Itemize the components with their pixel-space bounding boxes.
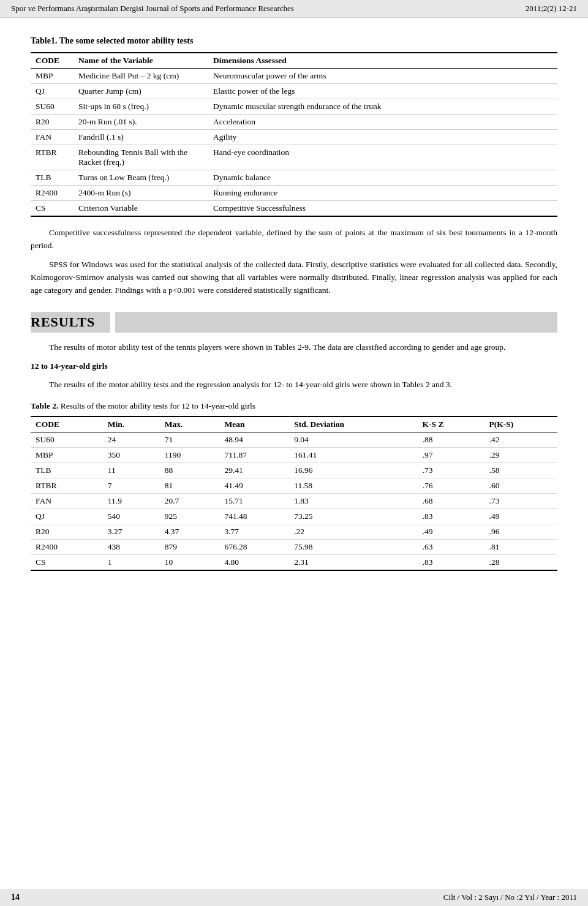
table1-cell-code: CS [31, 201, 74, 217]
results-subheading-text: 12 to 14-year-old girls [31, 361, 108, 371]
table2-title: Table 2. Results of the motor ability te… [31, 401, 557, 411]
table2-cell-max: 4.37 [160, 524, 220, 540]
table2-title-rest: Results of the motor ability tests for 1… [58, 401, 255, 410]
table1-cell-code: R2400 [31, 186, 74, 201]
table2-cell-pks: .60 [484, 478, 557, 494]
table2-cell-std: 73.25 [289, 509, 417, 524]
table2-cell-pks: .42 [484, 432, 557, 448]
table2-cell-code: R20 [31, 524, 103, 540]
header-volume-info: 2011;2(2) 12-21 [526, 4, 577, 13]
table2-cell-pks: .58 [484, 463, 557, 478]
table2-cell-pks: .81 [484, 540, 557, 555]
table2-cell-ksz: .97 [418, 448, 484, 463]
table2: CODE Min. Max. Mean Std. Deviation K-S Z… [31, 416, 557, 571]
table2-cell-std: 2.31 [289, 555, 417, 571]
table1-heading: Table1. The some selected motor ability … [31, 36, 557, 46]
results-paragraph-2: The results of the motor ability tests a… [31, 379, 557, 391]
table2-cell-mean: 29.41 [219, 463, 289, 478]
table2-row: R2400 438 879 676.28 75.98 .63 .81 [31, 540, 557, 555]
table2-row: R20 3.27 4.37 3.77 .22 .49 .96 [31, 524, 557, 540]
results-subheading: 12 to 14-year-old girls [31, 360, 557, 373]
table2-cell-std: 16.96 [289, 463, 417, 478]
table2-cell-mean: 741.48 [219, 509, 289, 524]
table2-cell-pks: .28 [484, 555, 557, 571]
table2-cell-min: 11.9 [103, 494, 160, 509]
table2-row: RTBR 7 81 41.49 11.58 .76 .60 [31, 478, 557, 494]
table2-cell-code: QJ [31, 509, 103, 524]
content-area: Table1. The some selected motor ability … [0, 18, 588, 605]
header-journal-title: Spor ve Performans Araştırmaları Dergisi… [11, 4, 294, 13]
table1-cell-code: TLB [31, 170, 74, 186]
table2-cell-min: 1 [103, 555, 160, 571]
table1-cell-dim: Dynamic muscular strength endurance of t… [208, 99, 557, 115]
table2-cell-ksz: .76 [418, 478, 484, 494]
table1-cell-dim: Agility [208, 130, 557, 145]
table1-cell-dim: Competitive Successfulness [208, 201, 557, 217]
table2-cell-min: 11 [103, 463, 160, 478]
table1-row: QJ Quarter Jump (cm) Elastic power of th… [31, 84, 557, 99]
table1-cell-code: QJ [31, 84, 74, 99]
table2-cell-max: 88 [160, 463, 220, 478]
table1-cell-dim: Hand-eye coordination [208, 145, 557, 170]
table2-cell-ksz: .88 [418, 432, 484, 448]
table2-cell-pks: .73 [484, 494, 557, 509]
table2-cell-code: CS [31, 555, 103, 571]
results-bar [115, 312, 557, 333]
table2-cell-ksz: .63 [418, 540, 484, 555]
table2-cell-pks: .96 [484, 524, 557, 540]
table1-cell-dim: Elastic power of the legs [208, 84, 557, 99]
table2-cell-pks: .29 [484, 448, 557, 463]
table2-cell-mean: 711.87 [219, 448, 289, 463]
table2-cell-ksz: .73 [418, 463, 484, 478]
table1-cell-name: Turns on Low Beam (freq.) [74, 170, 208, 186]
table2-cell-std: .22 [289, 524, 417, 540]
table2-col-ksz: K-S Z [418, 417, 484, 432]
table2-row: QJ 540 925 741.48 73.25 .83 .49 [31, 509, 557, 524]
table1-cell-code: FAN [31, 130, 74, 145]
table1-row: CS Criterion Variable Competitive Succes… [31, 201, 557, 217]
table2-cell-min: 540 [103, 509, 160, 524]
table1-cell-name: Criterion Variable [74, 201, 208, 217]
table2-cell-code: RTBR [31, 478, 103, 494]
table2-cell-mean: 48.94 [219, 432, 289, 448]
results-banner: RESULTS [31, 312, 557, 333]
table1-row: SU60 Sit-ups in 60 s (freq.) Dynamic mus… [31, 99, 557, 115]
table2-cell-max: 925 [160, 509, 220, 524]
table2-row: SU60 24 71 48.94 9.04 .88 .42 [31, 432, 557, 448]
table2-cell-min: 7 [103, 478, 160, 494]
table2-col-code: CODE [31, 417, 103, 432]
table1-cell-code: RTBR [31, 145, 74, 170]
table2-cell-std: 161.41 [289, 448, 417, 463]
table2-cell-code: FAN [31, 494, 103, 509]
table2-cell-code: SU60 [31, 432, 103, 448]
table2-cell-min: 3.27 [103, 524, 160, 540]
footer-page-number: 14 [11, 893, 20, 902]
table2-cell-code: TLB [31, 463, 103, 478]
table1: CODE Name of the Variable Dimensions Ass… [31, 52, 557, 217]
table2-cell-max: 20.7 [160, 494, 220, 509]
table1-cell-name: Medicine Ball Put – 2 kg (cm) [74, 69, 208, 84]
table1-row: R2400 2400-m Run (s) Running endurance [31, 186, 557, 201]
table2-cell-std: 1.83 [289, 494, 417, 509]
table2-cell-ksz: .49 [418, 524, 484, 540]
table1-row: RTBR Rebounding Tennis Ball with the Rac… [31, 145, 557, 170]
table2-row: FAN 11.9 20.7 15.71 1.83 .68 .73 [31, 494, 557, 509]
table1-row: MBP Medicine Ball Put – 2 kg (cm) Neurom… [31, 69, 557, 84]
table2-cell-pks: .49 [484, 509, 557, 524]
table2-cell-ksz: .83 [418, 509, 484, 524]
table2-cell-ksz: .83 [418, 555, 484, 571]
header: Spor ve Performans Araştırmaları Dergisi… [0, 0, 588, 18]
table2-cell-min: 438 [103, 540, 160, 555]
table2-row: CS 1 10 4.80 2.31 .83 .28 [31, 555, 557, 571]
body-paragraph-2: SPSS for Windows was used for the statis… [31, 259, 557, 297]
table2-cell-mean: 15.71 [219, 494, 289, 509]
results-title: RESULTS [31, 312, 110, 333]
table2-col-std: Std. Deviation [289, 417, 417, 432]
table2-cell-ksz: .68 [418, 494, 484, 509]
table2-col-mean: Mean [219, 417, 289, 432]
table2-cell-max: 71 [160, 432, 220, 448]
table2-row: MBP 350 1190 711.87 161.41 .97 .29 [31, 448, 557, 463]
table1-cell-dim: Acceleration [208, 115, 557, 130]
table2-cell-mean: 41.49 [219, 478, 289, 494]
table2-cell-code: R2400 [31, 540, 103, 555]
